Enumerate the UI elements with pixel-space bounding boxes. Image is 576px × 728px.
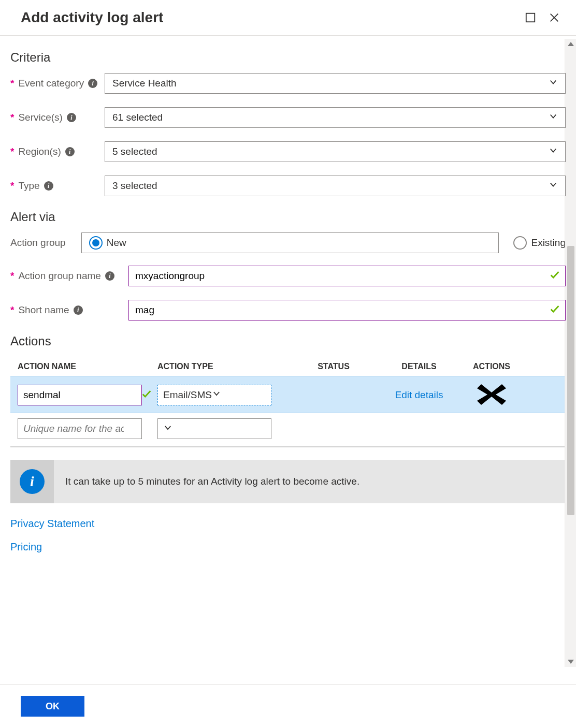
chevron-down-icon — [212, 389, 221, 401]
input-action-name-new[interactable] — [18, 418, 142, 439]
field-services: * Service(s) i 61 selected — [10, 107, 566, 128]
radio-dot-icon — [89, 236, 103, 250]
page-title: Add activity log alert — [21, 9, 513, 26]
info-icon[interactable]: i — [105, 271, 114, 281]
link-edit-details[interactable]: Edit details — [395, 389, 443, 401]
label-short-name: Short name — [18, 304, 69, 316]
check-icon — [549, 269, 560, 283]
select-action-type[interactable]: Email/SMS — [157, 385, 271, 405]
info-icon[interactable]: i — [74, 305, 83, 315]
chevron-down-icon — [549, 78, 558, 90]
select-action-type-new[interactable] — [157, 418, 271, 439]
input-action-name[interactable] — [18, 385, 142, 405]
select-services[interactable]: 61 selected — [105, 107, 566, 128]
required-marker: * — [10, 112, 14, 123]
footer-links: Privacy Statement Pricing — [10, 518, 566, 553]
col-action-type: ACTION TYPE — [157, 362, 290, 371]
info-banner: i It can take up to 5 minutes for an Act… — [10, 460, 566, 503]
chevron-down-icon — [549, 180, 558, 192]
label-event-category: Event category — [18, 78, 84, 89]
table-header: ACTION NAME ACTION TYPE STATUS DETAILS A… — [10, 357, 566, 376]
info-icon[interactable]: i — [88, 79, 97, 88]
col-action-name: ACTION NAME — [18, 362, 157, 371]
select-regions[interactable]: 5 selected — [105, 141, 566, 162]
chevron-down-icon — [549, 112, 558, 124]
label-action-group-name: Action group name — [18, 270, 101, 282]
banner-message: It can take up to 5 minutes for an Activ… — [54, 476, 371, 487]
required-marker: * — [10, 78, 14, 89]
info-icon[interactable]: i — [65, 147, 75, 156]
maximize-icon[interactable] — [524, 11, 537, 24]
radio-existing[interactable]: Existing — [513, 236, 566, 250]
radio-dot-icon — [513, 236, 527, 250]
field-type: * Type i 3 selected — [10, 176, 566, 196]
field-event-category: * Event category i Service Health — [10, 73, 566, 94]
delete-row-icon[interactable] — [477, 382, 506, 407]
col-details: DETAILS — [378, 362, 460, 371]
scroll-up-icon[interactable] — [568, 42, 574, 46]
required-marker: * — [10, 180, 14, 192]
vertical-scrollbar[interactable] — [565, 39, 576, 667]
form-body: Criteria * Event category i Service Heal… — [0, 36, 576, 684]
label-type: Type — [18, 180, 39, 192]
input-action-group-name[interactable] — [128, 266, 566, 286]
col-status: STATUS — [290, 362, 378, 371]
blade-footer: OK — [0, 684, 576, 728]
ok-button[interactable]: OK — [21, 696, 84, 717]
section-actions: Actions — [10, 334, 566, 348]
info-circle-icon: i — [20, 469, 45, 494]
label-regions: Region(s) — [18, 146, 61, 157]
required-marker: * — [10, 146, 14, 157]
scroll-thumb[interactable] — [567, 246, 574, 515]
section-criteria: Criteria — [10, 50, 566, 65]
required-marker: * — [10, 304, 14, 316]
table-row-empty — [10, 413, 566, 444]
info-icon[interactable]: i — [67, 113, 76, 122]
info-icon[interactable]: i — [44, 181, 53, 191]
field-regions: * Region(s) i 5 selected — [10, 141, 566, 162]
actions-table: ACTION NAME ACTION TYPE STATUS DETAILS A… — [10, 357, 566, 447]
input-short-name[interactable] — [128, 300, 566, 321]
action-group-mode: Action group New Existing — [10, 232, 566, 253]
radio-new[interactable]: New — [81, 232, 499, 253]
check-icon — [141, 388, 152, 402]
label-action-group: Action group — [10, 237, 66, 249]
select-type[interactable]: 3 selected — [105, 176, 566, 196]
table-row: Email/SMS Edit details — [10, 376, 566, 413]
required-marker: * — [10, 270, 14, 282]
check-icon — [549, 303, 560, 317]
chevron-down-icon — [549, 146, 558, 158]
label-services: Service(s) — [18, 112, 63, 123]
blade-header: Add activity log alert — [0, 0, 576, 36]
scroll-down-icon[interactable] — [568, 660, 574, 664]
field-action-group-name: * Action group name i — [10, 266, 566, 286]
svg-rect-0 — [526, 13, 535, 22]
field-short-name: * Short name i — [10, 300, 566, 321]
link-pricing[interactable]: Pricing — [10, 541, 566, 553]
chevron-down-icon — [163, 423, 172, 435]
section-alert-via: Alert via — [10, 210, 566, 224]
table-end-rule — [10, 446, 566, 447]
col-actions: ACTIONS — [460, 362, 523, 371]
close-icon[interactable] — [548, 11, 560, 24]
select-event-category[interactable]: Service Health — [105, 73, 566, 94]
link-privacy-statement[interactable]: Privacy Statement — [10, 518, 566, 530]
